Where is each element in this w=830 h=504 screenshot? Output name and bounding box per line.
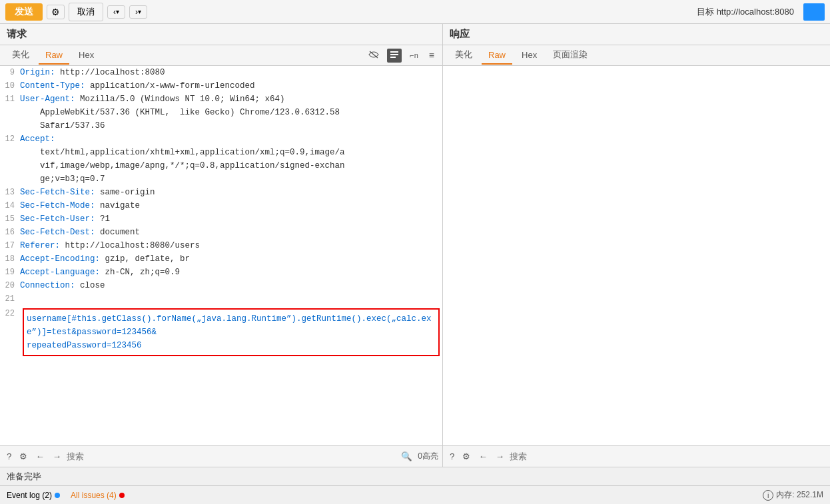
code-line-9: 9 Origin: http://localhost:8080 xyxy=(0,66,442,79)
nav-next-group[interactable]: › ▾ xyxy=(129,5,147,19)
request-code-area[interactable]: 9 Origin: http://localhost:8080 10 Conte… xyxy=(0,66,442,445)
cancel-button[interactable]: 取消 xyxy=(69,3,103,21)
back-icon-response[interactable]: ← xyxy=(476,450,490,463)
code-line-17: 17 Referer: http://localhost:8080/users xyxy=(0,239,442,252)
tab-hex-request[interactable]: Hex xyxy=(72,47,101,65)
request-title: 请求 xyxy=(0,24,442,45)
request-search-bar: ? ⚙ ← → 🔍 0高亮 xyxy=(0,445,442,467)
toolbar: 发送 ⚙ 取消 ‹ ▾ › ▾ 目标 http://localhost:8080 xyxy=(0,0,830,24)
request-panel: 请求 美化 Raw Hex ⌐n ≡ 9 Origin: http://loca… xyxy=(0,24,443,467)
forward-icon-request[interactable]: → xyxy=(50,450,64,463)
code-line-20: 20 Connection: close xyxy=(0,279,442,292)
chevron-down-icon2[interactable]: ▾ xyxy=(138,8,141,15)
all-issues-label: All issues (4) xyxy=(71,491,117,500)
code-line-12b: text/html,application/xhtml+xml,applicat… xyxy=(0,146,442,159)
code-line-14: 14 Sec-Fetch-Mode: navigate xyxy=(0,199,442,212)
code-line-11c: Safari/537.36 xyxy=(0,119,442,132)
event-log-dot xyxy=(55,493,60,498)
tab-raw-response[interactable]: Raw xyxy=(482,47,512,65)
all-issues-dot xyxy=(119,493,125,498)
code-line-22: 22 username[#this.getClass().forName(„ja… xyxy=(0,306,442,359)
code-line-16: 16 Sec-Fetch-Dest: document xyxy=(0,226,442,239)
nav-prev-group[interactable]: ‹ ▾ xyxy=(107,5,125,19)
settings-icon-request[interactable]: ⚙ xyxy=(17,450,30,463)
request-tab-actions: ⌐n ≡ xyxy=(366,49,437,63)
tab-render-response[interactable]: 页面渲染 xyxy=(546,45,594,65)
settings-icon-response[interactable]: ⚙ xyxy=(460,450,473,463)
tab-beautify-response[interactable]: 美化 xyxy=(448,45,479,65)
search-input-response[interactable] xyxy=(510,451,826,461)
response-title: 响应 xyxy=(443,24,830,45)
settings-button[interactable]: ⚙ xyxy=(47,5,65,19)
code-line-13: 13 Sec-Fetch-Site: same-origin xyxy=(0,186,442,199)
help-icon-response[interactable]: ? xyxy=(447,450,457,463)
back-icon-request[interactable]: ← xyxy=(33,450,47,463)
info-icon[interactable]: i xyxy=(763,490,773,501)
text-icon[interactable] xyxy=(387,49,402,63)
code-line-18: 18 Accept-Encoding: gzip, deflate, br xyxy=(0,252,442,266)
event-bar: Event log (2) All issues (4) i 内存: 252.1… xyxy=(0,485,830,504)
response-search-bar: ? ⚙ ← → xyxy=(443,445,830,467)
send-button[interactable]: 发送 xyxy=(5,3,43,21)
response-code-area[interactable] xyxy=(443,66,830,445)
menu-icon[interactable]: ≡ xyxy=(426,49,437,62)
code-line-11: 11 User-Agent: Mozilla/5.0 (Windows NT 1… xyxy=(0,93,442,106)
memory-info: i 内存: 252.1M xyxy=(763,489,823,501)
forward-icon-response[interactable]: → xyxy=(493,450,507,463)
search-input-request[interactable] xyxy=(67,451,396,461)
tab-beautify-request[interactable]: 美化 xyxy=(5,45,36,65)
svg-rect-2 xyxy=(390,54,398,55)
event-log-label: Event log (2) xyxy=(7,491,52,500)
code-line-21: 21 xyxy=(0,292,442,306)
eye-off-icon[interactable] xyxy=(366,49,382,62)
response-panel: 响应 美化 Raw Hex 页面渲染 ? ⚙ ← → xyxy=(443,24,830,467)
search-icon-request[interactable]: 🔍 xyxy=(398,450,415,463)
help-icon-request[interactable]: ? xyxy=(4,450,14,463)
status-text: 准备完毕 xyxy=(7,471,41,483)
response-tab-bar: 美化 Raw Hex 页面渲染 xyxy=(443,45,830,66)
target-label: 目标 http://localhost:8080 xyxy=(697,6,794,18)
code-line-11b: AppleWebKit/537.36 (KHTML, like Gecko) C… xyxy=(0,106,442,119)
svg-rect-3 xyxy=(390,57,396,58)
svg-rect-1 xyxy=(390,51,398,53)
chevron-down-icon[interactable]: ▾ xyxy=(116,8,119,15)
memory-label: 内存: 252.1M xyxy=(776,489,823,501)
all-issues-item[interactable]: All issues (4) xyxy=(71,491,125,500)
code-line-12d: ge;v=b3;q=0.7 xyxy=(0,172,442,186)
status-bar: 准备完毕 xyxy=(0,467,830,485)
tab-raw-request[interactable]: Raw xyxy=(39,47,69,65)
wrap-icon[interactable]: ⌐n xyxy=(407,50,421,61)
payload-box[interactable]: username[#this.getClass().forName(„java.… xyxy=(23,308,440,356)
request-tab-bar: 美化 Raw Hex ⌐n ≡ xyxy=(0,45,442,66)
event-log-item[interactable]: Event log (2) xyxy=(7,491,60,500)
tab-hex-response[interactable]: Hex xyxy=(515,47,544,65)
code-line-15: 15 Sec-Fetch-User: ?1 xyxy=(0,212,442,226)
main-content: 请求 美化 Raw Hex ⌐n ≡ 9 Origin: http://loca… xyxy=(0,24,830,467)
code-line-19: 19 Accept-Language: zh-CN, zh;q=0.9 xyxy=(0,266,442,279)
code-line-12c: vif,image/webp,image/apng,*/*;q=0.8,appl… xyxy=(0,159,442,172)
highlight-count: 0高亮 xyxy=(418,451,438,462)
code-line-12: 12 Accept: xyxy=(0,132,442,146)
code-line-10: 10 Content-Type: application/x-www-form-… xyxy=(0,79,442,93)
target-indicator xyxy=(803,3,825,21)
payload-content: username[#this.getClass().forName(„java.… xyxy=(27,314,432,350)
